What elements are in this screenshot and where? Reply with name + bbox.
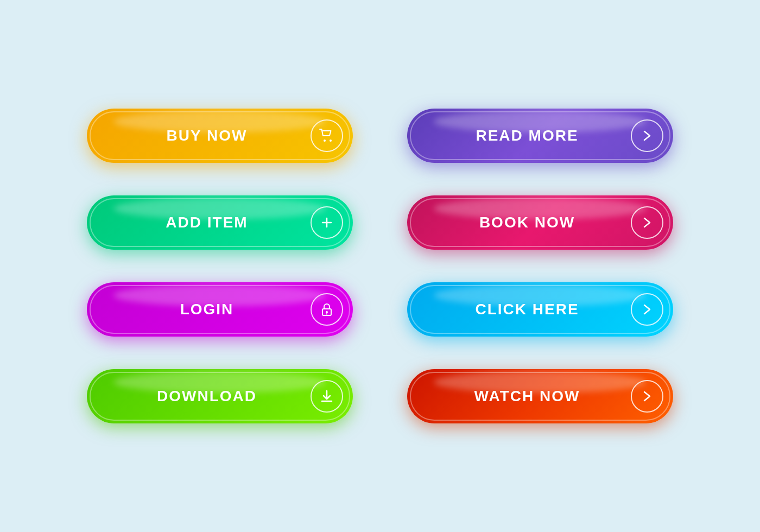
book-now-label: BOOK NOW xyxy=(423,214,631,231)
download-button[interactable]: DOWNLOAD xyxy=(87,369,353,423)
login-label: LOGIN xyxy=(103,301,311,318)
arrow-right-icon xyxy=(631,206,663,239)
download-icon xyxy=(311,380,343,413)
plus-icon xyxy=(311,206,343,239)
cart-icon xyxy=(311,119,343,152)
download-label: DOWNLOAD xyxy=(103,388,311,405)
add-item-button[interactable]: ADD ITEM xyxy=(87,195,353,250)
click-here-label: CLICK HERE xyxy=(423,301,631,318)
svg-point-0 xyxy=(324,140,326,142)
arrow-right-icon xyxy=(631,380,663,413)
arrow-right-icon xyxy=(631,293,663,326)
svg-point-1 xyxy=(330,140,332,142)
button-grid: BUY NOW READ MORE ADD ITEM xyxy=(65,87,695,445)
login-button[interactable]: LOGIN xyxy=(87,282,353,337)
arrow-right-icon xyxy=(631,119,663,152)
click-here-button[interactable]: CLICK HERE xyxy=(407,282,673,337)
add-item-label: ADD ITEM xyxy=(103,214,311,231)
buy-now-label: BUY NOW xyxy=(103,127,311,144)
lock-icon xyxy=(311,293,343,326)
read-more-button[interactable]: READ MORE xyxy=(407,109,673,163)
read-more-label: READ MORE xyxy=(423,127,631,144)
book-now-button[interactable]: BOOK NOW xyxy=(407,195,673,250)
watch-now-button[interactable]: WATCH NOW xyxy=(407,369,673,423)
buy-now-button[interactable]: BUY NOW xyxy=(87,109,353,163)
watch-now-label: WATCH NOW xyxy=(423,388,631,405)
